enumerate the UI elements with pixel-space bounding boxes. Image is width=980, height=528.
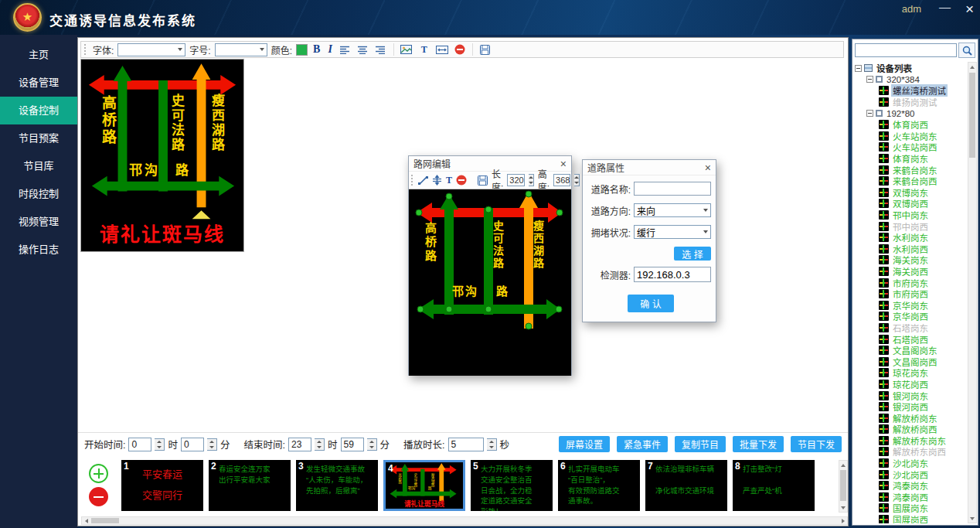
playlist-item[interactable]: 7 依法治理非标车辆 净化城市交通环境 高桥路 史可法路 瘦西湖路 邗沟 路 请… <box>645 460 727 511</box>
tree-node[interactable]: 沙北岗西 <box>853 468 965 480</box>
sidebar-item[interactable]: 设备管理 <box>0 69 77 97</box>
tree-node[interactable]: 双博岗东 <box>853 187 965 199</box>
tree-node[interactable]: 水利岗西 <box>853 244 965 255</box>
tree-node[interactable]: 螺丝湾桥测试 <box>853 85 965 97</box>
scrollbar-thumb[interactable] <box>840 470 846 501</box>
tree-node[interactable]: 沙北岗东 <box>853 458 965 469</box>
playlist-item[interactable]: 3 发生轻微交通事故 “人未伤，车能动， 先拍照，后撤离” 高桥路 史可法路 瘦… <box>296 460 378 511</box>
tree-node[interactable]: 来鹤台岗东 <box>853 164 965 175</box>
scrollbar-thumb[interactable] <box>969 73 975 158</box>
save-road-icon[interactable] <box>478 173 488 187</box>
road-props-titlebar[interactable]: 道路属性 × <box>583 160 716 175</box>
playlist-item[interactable]: 2 春运安全连万家 出行平安靠大家 高桥路 史可法路 瘦西湖路 邗沟 路 请礼让… <box>209 460 291 511</box>
height-stepper[interactable] <box>574 174 580 186</box>
end-hour-input[interactable]: 23 <box>288 438 311 451</box>
road-name-input[interactable] <box>634 182 711 196</box>
tree-node[interactable]: 鸿泰岗西 <box>853 492 965 503</box>
tree-node[interactable]: 火车站岗西 <box>853 141 965 153</box>
align-right-icon[interactable] <box>374 43 388 56</box>
detector-input[interactable] <box>634 267 711 282</box>
tree-node[interactable]: 琼花岗西 <box>853 379 965 390</box>
tree-node[interactable]: 市府岗东 <box>853 277 965 288</box>
tree-node[interactable]: 京华岗东 <box>853 299 965 311</box>
length-input[interactable]: 320 <box>507 174 524 186</box>
schedule-action-button[interactable]: 复制节目 <box>675 436 726 452</box>
end-minute-input[interactable]: 59 <box>341 438 364 451</box>
confirm-button[interactable]: 确 认 <box>628 295 674 312</box>
playlist-item[interactable]: 5 大力开展秋冬季 交通安全整治百 日会战，全力稳 定道路交通安全 形势！ 高桥… <box>471 460 553 511</box>
tree-node[interactable]: 192*80 <box>853 107 965 119</box>
tree-node[interactable]: 邗中岗西 <box>853 220 965 232</box>
scroll-down-icon[interactable] <box>839 504 847 511</box>
tree-node[interactable]: 琼花岗东 <box>853 367 965 379</box>
playlist-horizontal-scrollbar[interactable] <box>81 516 848 525</box>
tree-node[interactable]: 来鹤台岗西 <box>853 175 965 187</box>
length-stepper[interactable] <box>529 174 534 186</box>
tree-node[interactable]: 石塔岗东 <box>853 322 965 334</box>
playlist-vertical-scrollbar[interactable] <box>839 460 848 513</box>
end-hour-stepper[interactable] <box>315 438 325 451</box>
scrollbar-thumb[interactable] <box>91 518 119 523</box>
tree-node[interactable]: 解放桥东岗东 <box>853 435 965 447</box>
start-minute-input[interactable]: 0 <box>181 438 204 451</box>
color-swatch[interactable] <box>296 44 308 56</box>
device-tree-scrollbar[interactable] <box>968 62 977 523</box>
road-tool-icon[interactable] <box>432 173 442 187</box>
size-select[interactable] <box>215 43 267 56</box>
tree-node[interactable]: 海关岗西 <box>853 266 965 278</box>
tree-node[interactable]: 国展岗西 <box>853 514 965 523</box>
start-hour-stepper[interactable] <box>155 438 165 451</box>
tree-node[interactable]: 火车站岗东 <box>853 131 965 142</box>
schedule-action-button[interactable]: 节目下发 <box>791 436 842 452</box>
playlist-item[interactable]: 1 平安春运 交警同行 高桥路 史可法路 瘦西湖路 邗沟 路 请礼让斑马线 <box>121 460 203 511</box>
tree-node[interactable]: 国展岗东 <box>853 502 965 514</box>
insert-text-icon[interactable]: T <box>417 43 431 56</box>
tree-node[interactable]: 市府岗西 <box>853 288 965 300</box>
sidebar-item[interactable]: 节目预案 <box>0 124 77 152</box>
font-select[interactable] <box>117 43 185 56</box>
tree-node[interactable]: 文昌阁岗西 <box>853 356 965 367</box>
remove-program-button[interactable] <box>89 487 108 506</box>
sidebar-item[interactable]: 操作日志 <box>0 236 77 264</box>
tree-node[interactable]: 解放桥岗西 <box>853 424 965 435</box>
tree-node[interactable]: 维扬岗测试 <box>853 97 965 108</box>
close-icon[interactable]: × <box>705 162 711 173</box>
delete-road-icon[interactable] <box>456 173 467 187</box>
close-icon[interactable]: × <box>965 1 974 18</box>
start-minute-stepper[interactable] <box>207 438 217 451</box>
screen-size-icon[interactable] <box>435 43 449 56</box>
road-editor-canvas[interactable]: 高桥路 史可法路 瘦西湖路 邗沟 路 <box>409 189 571 376</box>
text-tool-icon[interactable]: T <box>446 173 452 187</box>
search-button[interactable] <box>958 43 975 58</box>
tree-node[interactable]: 解放桥岗东 <box>853 412 965 424</box>
align-center-icon[interactable] <box>356 43 370 56</box>
scroll-up-icon[interactable] <box>968 63 976 70</box>
congestion-select[interactable]: 缓行 <box>634 225 711 239</box>
insert-image-icon[interactable] <box>400 43 413 56</box>
scroll-right-icon[interactable] <box>839 517 846 524</box>
playlist-item[interactable]: 8 打击整改“灯 严查严处“机 高桥路 史可法路 瘦西湖路 邗沟 路 请礼让斑马… <box>733 460 815 511</box>
scroll-left-icon[interactable] <box>83 517 90 524</box>
schedule-action-button[interactable]: 屏幕设置 <box>559 436 610 452</box>
end-minute-stepper[interactable] <box>367 438 377 451</box>
tree-expander-icon[interactable] <box>866 76 873 83</box>
tree-node[interactable]: 石塔岗西 <box>853 333 965 345</box>
tree-node[interactable]: 文昌阁岗东 <box>853 345 965 356</box>
sidebar-item[interactable]: 设备控制 <box>0 97 77 124</box>
led-display-preview[interactable]: 高桥路 史可法路 瘦西湖路 邗沟 路 请礼让斑马线 <box>80 59 244 252</box>
scroll-up-icon[interactable] <box>839 462 847 468</box>
tree-node[interactable]: 体育岗西 <box>853 119 965 131</box>
schedule-action-button[interactable]: 批量下发 <box>733 436 784 452</box>
select-detector-button[interactable]: 选 择 <box>674 247 711 261</box>
tree-node[interactable]: 邗中岗东 <box>853 209 965 221</box>
minimize-icon[interactable]: — <box>939 0 951 13</box>
tree-node[interactable]: 银河岗西 <box>853 401 965 413</box>
duration-stepper[interactable] <box>487 438 497 451</box>
tree-node[interactable]: 解放桥东岗西 <box>853 446 965 458</box>
sidebar-item[interactable]: 节目库 <box>0 152 77 180</box>
tree-expander-icon[interactable] <box>866 110 873 117</box>
duration-input[interactable]: 5 <box>448 438 484 451</box>
sidebar-item[interactable]: 主页 <box>0 41 77 69</box>
tree-expander-icon[interactable] <box>855 65 862 72</box>
tree-node[interactable]: 银河岗东 <box>853 390 965 401</box>
